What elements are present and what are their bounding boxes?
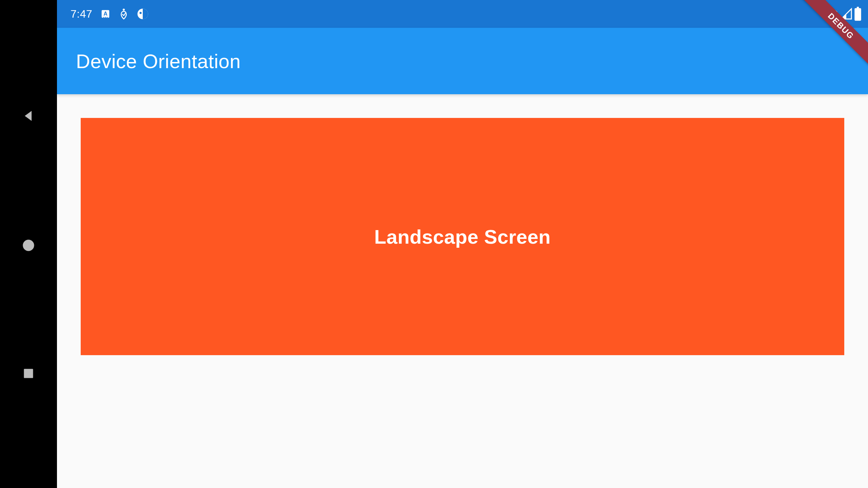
- wifi-icon: [825, 7, 839, 20]
- recent-apps-button[interactable]: [22, 367, 35, 380]
- svg-point-4: [103, 17, 104, 18]
- svg-point-7: [123, 8, 125, 11]
- svg-rect-11: [854, 8, 861, 21]
- status-bar-right: [825, 7, 862, 21]
- keyboard-icon: A: [100, 9, 111, 19]
- back-button[interactable]: [21, 108, 36, 123]
- app-bar: Device Orientation: [57, 28, 868, 94]
- location-icon: [119, 8, 129, 20]
- app-bar-title: Device Orientation: [76, 50, 241, 73]
- status-bar: 7:47 A: [57, 0, 868, 28]
- body-area: Landscape Screen: [57, 94, 868, 488]
- svg-rect-10: [857, 7, 859, 8]
- svg-point-5: [105, 17, 106, 18]
- screen-content: 7:47 A: [57, 0, 868, 488]
- svg-point-9: [140, 12, 142, 14]
- orientation-display-box: Landscape Screen: [81, 118, 844, 355]
- status-time: 7:47: [71, 8, 92, 20]
- svg-text:A: A: [103, 11, 107, 17]
- svg-point-6: [107, 17, 108, 18]
- android-nav-bar: [0, 0, 57, 488]
- status-bar-left: 7:47 A: [71, 8, 149, 20]
- battery-icon: [854, 7, 862, 21]
- app-notification-icon: [137, 8, 149, 20]
- home-button[interactable]: [22, 239, 35, 252]
- svg-rect-1: [24, 369, 33, 378]
- signal-icon: [840, 7, 852, 20]
- orientation-label: Landscape Screen: [374, 225, 551, 248]
- svg-point-0: [23, 240, 34, 251]
